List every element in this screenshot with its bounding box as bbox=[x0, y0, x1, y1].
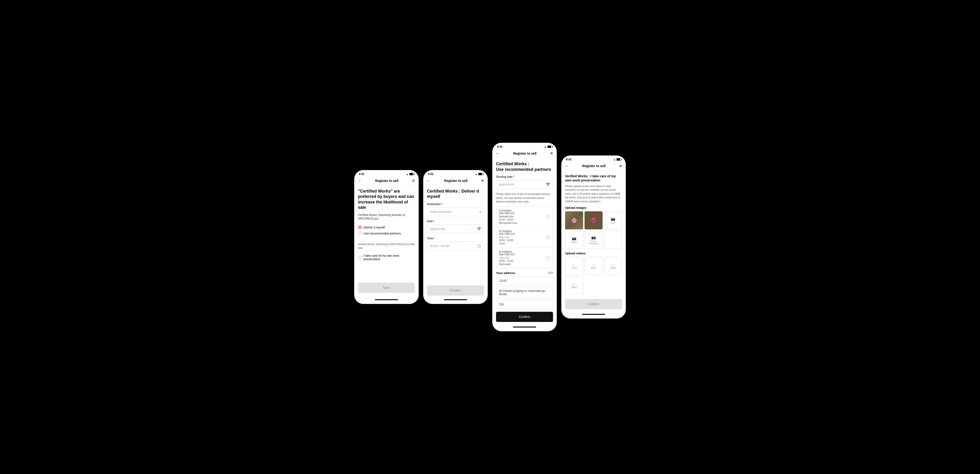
confirm-button-2[interactable]: Confirm bbox=[427, 285, 484, 296]
upload-video-other[interactable]: Other bbox=[565, 276, 583, 295]
close-button-2[interactable]: ✕ bbox=[481, 178, 484, 183]
battery-icon-4 bbox=[617, 158, 621, 161]
status-bar-4: 9:41 bbox=[562, 155, 626, 162]
nav-bar-1: ← Register to sell ✕ bbox=[354, 177, 418, 185]
edit-address-link[interactable]: Edit bbox=[548, 271, 553, 274]
home-indicator-3 bbox=[513, 327, 536, 328]
nav-title-3: Register to sell bbox=[513, 152, 536, 155]
subtitle-1: Certified Works: Delivering artworks to … bbox=[358, 213, 415, 221]
btn-wrapper-2: Confirm bbox=[423, 285, 488, 296]
status-icons-4 bbox=[613, 158, 621, 161]
required-dot-destination: * bbox=[441, 202, 442, 206]
radio-item-preservation[interactable]: I take care of my own work preservation bbox=[358, 254, 415, 261]
image-preview-2: 🌺 bbox=[584, 211, 603, 229]
upload-cell-frame[interactable]: 📷 FramePackaging bbox=[584, 231, 603, 249]
label-destination: Destination * bbox=[427, 202, 484, 206]
partner-row-1[interactable]: B company 034-7455-111 가능 시간 00:00 ~ 00:… bbox=[496, 227, 553, 248]
upload-label-sign: Sign bbox=[611, 222, 615, 224]
partner-time-0: Available time 00:00 ~ 00:00 Metropolita… bbox=[499, 215, 544, 225]
phone-2: 9:41 ← Register to sell ✕ Certified Work… bbox=[423, 170, 488, 304]
label-date: Date * bbox=[427, 219, 484, 223]
upload-video-detail[interactable]: Detail bbox=[604, 257, 622, 275]
home-indicator-4 bbox=[582, 314, 605, 315]
status-icons-2 bbox=[475, 173, 483, 176]
image-preview-1: 🌸 bbox=[565, 211, 583, 229]
partner-info-0: A company 034-7455-111 Available time 00… bbox=[499, 209, 544, 225]
confirm-button-3[interactable]: Confirm bbox=[496, 312, 553, 322]
partner-radio-0[interactable] bbox=[546, 215, 550, 219]
partner-name-0: A company bbox=[499, 209, 544, 212]
nav-title-4: Register to sell bbox=[582, 164, 605, 168]
upload-cell-filled-1[interactable]: 🌸 bbox=[565, 211, 583, 229]
close-button-1[interactable]: ✕ bbox=[412, 178, 415, 183]
address-zip: 12143 bbox=[496, 277, 553, 285]
nav-bar-4: ← Register to sell ✕ bbox=[562, 162, 626, 170]
nav-bar-3: ← Register to sell ✕ bbox=[492, 149, 557, 158]
radio-label-partners: Use recommended partners bbox=[363, 231, 401, 235]
time-input[interactable]: hh:mm - hh:mm 🕐 bbox=[427, 242, 484, 250]
close-button-3[interactable]: ✕ bbox=[550, 151, 553, 155]
partner-phone-2: 034-7455-111 bbox=[499, 253, 544, 256]
page-title-1: "Certified Works" are preferred by buyer… bbox=[358, 189, 415, 210]
time-2: 9:41 bbox=[428, 173, 433, 176]
video-icon-front bbox=[573, 263, 576, 266]
confirm-button-4[interactable]: Confirm bbox=[565, 299, 622, 309]
clock-icon: 🕐 bbox=[477, 244, 481, 248]
upload-video-label-back: Back bbox=[591, 266, 596, 269]
bottom-bar-3 bbox=[492, 324, 557, 331]
battery-icon-1 bbox=[409, 173, 414, 175]
radio-circle-partners[interactable] bbox=[358, 231, 362, 235]
partner-time-2: 가능 시간 00:00 ~ 00:00 Nationwide bbox=[499, 256, 544, 266]
page-title-2: Certified Works : Deliver it myself bbox=[427, 189, 484, 200]
wifi-icon-4 bbox=[613, 158, 616, 161]
screen3-content: Certified Works :Use recommended partner… bbox=[492, 158, 557, 323]
wifi-icon-2 bbox=[475, 173, 477, 176]
back-button-4[interactable]: ← bbox=[565, 164, 569, 168]
sending-date-placeholder: yyyy/mm/dd bbox=[499, 183, 514, 186]
partner-radio-1[interactable] bbox=[546, 236, 550, 239]
partner-name-1: B company bbox=[499, 230, 544, 232]
upload-cell-filled-2[interactable]: 🌺 bbox=[584, 211, 603, 229]
upload-label-detail: Detail bbox=[571, 241, 577, 244]
form-destination: Destination * Select destination bbox=[427, 202, 484, 216]
back-button-1[interactable]: ← bbox=[358, 179, 362, 183]
address-header: Your address Edit bbox=[496, 271, 553, 275]
back-button-2[interactable]: ← bbox=[427, 179, 431, 183]
upload-videos-grid: Front Back Detail Other bbox=[565, 257, 622, 295]
upload-video-front[interactable]: Front bbox=[565, 257, 583, 275]
partner-radio-2[interactable] bbox=[546, 256, 550, 260]
phone-4: 9:41 ← Register to sell ✕ Verified Works… bbox=[561, 155, 626, 319]
wifi-icon-1 bbox=[406, 173, 409, 176]
back-button-3[interactable]: ← bbox=[496, 151, 500, 155]
bottom-bar-2 bbox=[423, 296, 488, 304]
next-button-1[interactable]: Next bbox=[358, 282, 415, 293]
upload-cell-empty[interactable] bbox=[604, 231, 622, 249]
radio-item-deliver[interactable]: Deliver it myself bbox=[358, 225, 415, 229]
upload-cell-sign[interactable]: 📷 Sign bbox=[604, 211, 622, 229]
nav-bar-2: ← Register to sell ✕ bbox=[423, 177, 488, 185]
calendar-icon-sending: 📅 bbox=[546, 182, 550, 186]
date-placeholder: yyyy/mm/dd bbox=[430, 227, 445, 230]
radio-item-partners[interactable]: Use recommended partners bbox=[358, 231, 415, 235]
destination-select[interactable]: Select destination bbox=[427, 208, 484, 216]
partner-row-0[interactable]: A company 034-7455-111 Available time 00… bbox=[496, 207, 553, 227]
camera-icon-sign: 📷 bbox=[611, 217, 615, 221]
flower-icon-1: 🌸 bbox=[571, 217, 577, 223]
upload-images-title: Upload images bbox=[565, 206, 622, 209]
date-input[interactable]: yyyy/mm/dd 📅 bbox=[427, 225, 484, 233]
upload-video-label-detail: Detail bbox=[610, 266, 616, 269]
flower-icon-2: 🌺 bbox=[591, 217, 597, 223]
upload-video-back[interactable]: Back bbox=[584, 257, 603, 275]
radio-group-2: I take care of my own work preservation bbox=[358, 254, 415, 263]
upload-cell-detail[interactable]: 📷 Detail bbox=[565, 231, 583, 249]
screen1-content: "Certified Works" are preferred by buyer… bbox=[354, 185, 418, 296]
camera-icon-detail: 📷 bbox=[572, 236, 576, 241]
close-button-4[interactable]: ✕ bbox=[619, 164, 622, 168]
radio-circle-deliver[interactable] bbox=[358, 225, 362, 229]
partner-row-2[interactable]: B company 034-7455-111 가능 시간 00:00 ~ 00:… bbox=[496, 248, 553, 268]
radio-circle-preservation[interactable] bbox=[358, 255, 362, 259]
page-title-4: Verified Works : I take care of my own w… bbox=[565, 174, 622, 182]
divider-text-1: Verified Works: Delivering to ARTnPRICE … bbox=[358, 243, 415, 250]
sending-date-input[interactable]: yyyy/mm/dd 📅 bbox=[496, 180, 553, 189]
radio-label-deliver: Deliver it myself bbox=[363, 226, 385, 229]
